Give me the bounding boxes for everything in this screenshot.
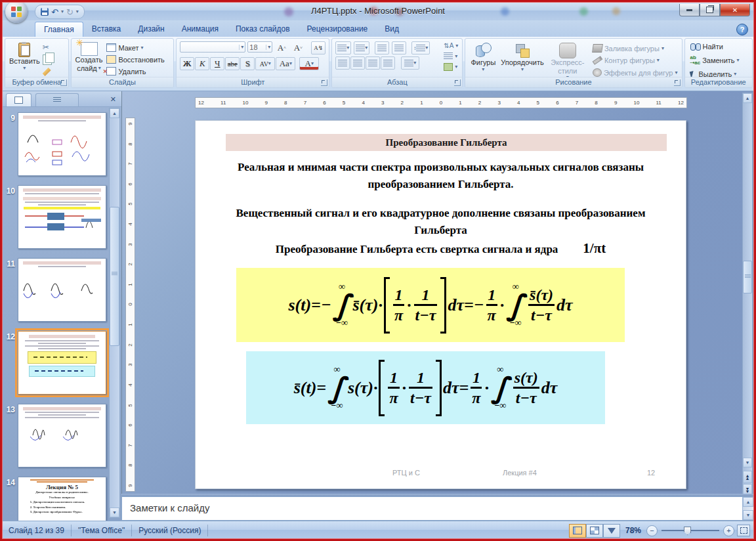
scroll-up-button[interactable]: ▲	[743, 93, 752, 103]
smartart-button[interactable]: ▾	[442, 62, 459, 72]
slide-paragraph-1[interactable]: Реальная и мнимая части спектра произвол…	[209, 159, 673, 194]
change-case-button[interactable]: Aa▾	[276, 57, 295, 70]
normal-view-button[interactable]	[569, 524, 586, 538]
zoom-in-button[interactable]: +	[723, 525, 734, 536]
font-dialog-launcher-icon[interactable]	[321, 79, 327, 86]
arrange-button[interactable]: Упорядочить ▾	[498, 41, 546, 82]
slides-tab[interactable]	[6, 93, 32, 106]
columns-button[interactable]: ▾	[401, 56, 419, 70]
panel-scrollbar[interactable]: ▲ ▼	[109, 108, 120, 518]
tab-slideshow[interactable]: Показ слайдов	[227, 22, 299, 37]
new-slide-button[interactable]: Создать слайд▾	[73, 40, 106, 76]
increase-indent-button[interactable]	[392, 41, 406, 54]
font-color-button[interactable]: А▾	[299, 57, 319, 70]
align-text-button[interactable]: ▾	[442, 52, 459, 60]
previous-slide-button[interactable]: ▲▲	[743, 471, 752, 483]
scroll-up-button[interactable]: ▲	[743, 497, 753, 507]
theme-indicator[interactable]: "Тема Office"	[72, 525, 132, 536]
notes-pane[interactable]: Заметки к слайду ▲ ▼	[121, 496, 754, 521]
strikethrough-button[interactable]: abe	[225, 57, 240, 70]
shapes-button[interactable]: Фигуры ▾	[468, 41, 498, 82]
slideshow-button[interactable]	[603, 524, 620, 538]
clear-formatting-button[interactable]: A↯	[311, 41, 326, 54]
qat-customize-icon[interactable]: ▾	[76, 9, 79, 14]
drawing-dialog-launcher-icon[interactable]	[674, 79, 681, 86]
scroll-up-button[interactable]: ▲	[110, 108, 119, 118]
slide-paragraph-3[interactable]: Преобразование Гильберта есть свертка си…	[209, 238, 673, 259]
tab-design[interactable]: Дизайн	[129, 22, 173, 37]
shape-effects-button[interactable]: Эффекты для фигур▾	[591, 68, 679, 77]
thumbnail-slide-13[interactable]	[18, 404, 106, 467]
text-direction-button[interactable]: ⇅A▾	[442, 41, 459, 50]
text-shadow-button[interactable]: S	[240, 57, 255, 70]
quick-styles-button[interactable]: Экспресс-стили ▾	[547, 41, 589, 82]
panel-close-icon[interactable]: ✕	[110, 95, 116, 104]
underline-button[interactable]: Ч	[210, 57, 224, 70]
delete-button[interactable]: Удалить	[105, 66, 165, 76]
slide-paragraph-2[interactable]: Вещественный сигнал и его квадратурное д…	[209, 205, 673, 240]
office-button[interactable]	[5, 1, 28, 23]
replace-button[interactable]: ab⇢acЗаменить▾	[689, 54, 748, 66]
thumbnail-slide-9[interactable]	[18, 112, 106, 176]
decrease-indent-button[interactable]	[375, 41, 389, 54]
copy-icon[interactable]	[43, 54, 52, 65]
align-left-button[interactable]	[335, 56, 350, 70]
zoom-out-button[interactable]: −	[646, 525, 658, 536]
tab-review[interactable]: Рецензирование	[299, 22, 377, 37]
undo-icon[interactable]: ↶	[51, 8, 58, 16]
scroll-down-button[interactable]: ▼	[743, 458, 752, 467]
zoom-slider-thumb[interactable]	[684, 527, 691, 535]
scroll-down-button[interactable]: ▼	[743, 510, 753, 520]
paste-button[interactable]: Вставить ▾	[7, 41, 43, 76]
save-icon[interactable]	[41, 8, 49, 16]
bold-button[interactable]: Ж	[180, 57, 194, 70]
redo-icon[interactable]: ↻	[66, 8, 74, 16]
slide-title-banner[interactable]: Преобразование Гильберта	[226, 134, 667, 151]
grow-font-button[interactable]: A˄	[274, 41, 289, 54]
tab-view[interactable]: Вид	[376, 22, 408, 37]
close-button[interactable]: ✕	[720, 4, 750, 16]
tab-home[interactable]: Главная	[35, 22, 83, 37]
align-center-button[interactable]	[350, 56, 365, 70]
help-button[interactable]: ?	[736, 24, 748, 35]
numbering-button[interactable]: ▾	[354, 41, 369, 54]
restore-button[interactable]	[700, 4, 720, 16]
fit-to-window-button[interactable]	[737, 525, 750, 536]
tab-insert[interactable]: Вставка	[83, 22, 130, 37]
slide-sorter-button[interactable]	[586, 524, 603, 538]
scrollbar-thumb[interactable]	[110, 207, 119, 346]
italic-button[interactable]: К	[195, 57, 209, 70]
bullets-button[interactable]: ▾	[335, 41, 351, 54]
shrink-font-button[interactable]: A˅	[291, 41, 305, 54]
font-size-combo[interactable]: 18▾	[247, 41, 272, 53]
scroll-down-button[interactable]: ▼	[110, 508, 119, 517]
reset-button[interactable]: Восстановить	[105, 54, 165, 64]
slide-canvas[interactable]: Преобразование Гильберта Реальная и мним…	[195, 120, 686, 489]
align-right-button[interactable]	[366, 56, 380, 70]
find-button[interactable]: Найти	[689, 42, 748, 51]
tab-animation[interactable]: Анимация	[173, 22, 227, 37]
undo-dropdown-icon[interactable]: ▾	[61, 9, 64, 14]
layout-button[interactable]: Макет▾	[105, 43, 165, 53]
thumbnail-slide-10[interactable]	[18, 185, 106, 249]
zoom-slider[interactable]	[662, 530, 719, 531]
notes-scrollbar[interactable]: ▲ ▼	[742, 497, 753, 520]
notes-placeholder[interactable]: Заметки к слайду	[130, 502, 210, 513]
paragraph-dialog-launcher-icon[interactable]	[454, 79, 461, 86]
format-painter-icon[interactable]	[43, 68, 51, 76]
thumbnail-slide-14[interactable]: Лекция № 5 Дискретные сигналы в радиотех…	[18, 477, 106, 521]
scrollbar-thumb[interactable]	[743, 261, 752, 293]
minimize-button[interactable]	[679, 4, 700, 16]
clipboard-dialog-launcher-icon[interactable]	[60, 79, 67, 86]
character-spacing-button[interactable]: AV▾	[255, 57, 275, 70]
formula-yellow-box[interactable]: s(t)=− ∞ ∫ −∞ s̄(τ)· 1π · 1t−τ dτ=− 1π ·…	[236, 268, 625, 342]
language-indicator[interactable]: Русский (Россия)	[132, 525, 208, 536]
thumbnail-slide-11[interactable]	[18, 258, 106, 322]
shape-fill-button[interactable]: Заливка фигуры▾	[591, 43, 679, 53]
zoom-level[interactable]: 78%	[620, 526, 646, 535]
shape-outline-button[interactable]: Контур фигуры▾	[591, 56, 679, 65]
thumbnail-slide-12-selected[interactable]	[18, 331, 106, 395]
editor-scrollbar[interactable]: ▲ ▼ ▲▲ ▼▼	[742, 93, 753, 496]
outline-tab[interactable]	[35, 93, 79, 106]
justify-button[interactable]	[381, 56, 395, 70]
